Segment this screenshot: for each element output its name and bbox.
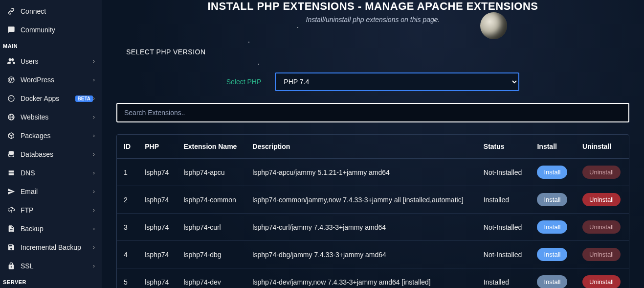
chevron-right-icon: ›: [93, 207, 95, 214]
cell-desc: lsphp74-dev/jammy,now 7.4.33-3+jammy amd…: [245, 268, 476, 288]
docker-icon: [7, 94, 16, 103]
sidebar-item-databases[interactable]: Databases›: [0, 145, 102, 164]
cell-ext: lsphp74-curl: [177, 214, 245, 241]
database-icon: [7, 150, 16, 159]
sidebar-heading-main: MAIN: [0, 39, 102, 52]
cell-ext: lsphp74-common: [177, 186, 245, 214]
sidebar-item-backup[interactable]: Backup›: [0, 219, 102, 238]
sidebar-item-label: Users: [21, 57, 93, 65]
sidebar-item-label: DNS: [21, 169, 93, 177]
chevron-right-icon: ›: [93, 188, 95, 195]
install-button[interactable]: Install: [537, 166, 567, 179]
sidebar-item-label: Databases: [21, 150, 93, 158]
chevron-right-icon: ›: [93, 225, 95, 232]
select-php-dropdown[interactable]: PHP 7.4: [275, 72, 519, 91]
ftp-icon: [7, 206, 16, 215]
moon-graphic: [480, 12, 507, 39]
globe-icon: [7, 113, 16, 121]
uninstall-button[interactable]: Uninstall: [582, 220, 621, 234]
select-php-label: Select PHP: [226, 78, 262, 86]
sidebar-item-users[interactable]: Users›: [0, 52, 102, 71]
cell-php: lsphp74: [138, 214, 177, 241]
sidebar-item-label: Backup: [21, 225, 93, 233]
sidebar: ConnectCommunity MAIN Users›WordPress›Do…: [0, 0, 102, 288]
cell-php: lsphp74: [138, 241, 177, 268]
chevron-right-icon: ›: [93, 76, 95, 83]
sidebar-item-label: Email: [21, 188, 93, 195]
sidebar-item-dns[interactable]: DNS›: [0, 164, 102, 182]
cell-php: lsphp74: [138, 268, 177, 288]
page-subtitle: Install/uninstall php extensions on this…: [116, 16, 629, 24]
cell-status: Not-Installed: [477, 241, 531, 268]
col-uninstall: Uninstall: [576, 135, 629, 159]
sidebar-item-docker-apps[interactable]: Docker AppsBETA›: [0, 89, 102, 108]
uninstall-button[interactable]: Uninstall: [582, 166, 621, 179]
sidebar-item-label: Docker Apps: [21, 95, 72, 102]
cell-id: 3: [117, 214, 138, 241]
uninstall-button[interactable]: Uninstall: [582, 275, 621, 288]
cell-id: 4: [117, 241, 138, 268]
cell-php: lsphp74: [138, 186, 177, 214]
search-extensions-input[interactable]: [116, 103, 629, 122]
cell-status: Not-Installed: [477, 214, 531, 241]
main-content: INSTALL PHP EXTENSIONS - MANAGE APACHE E…: [102, 0, 644, 288]
install-button[interactable]: Install: [537, 275, 567, 288]
install-button[interactable]: Install: [537, 220, 567, 234]
backup-icon: [7, 224, 16, 233]
chevron-right-icon: ›: [93, 263, 95, 269]
col-ext: Extension Name: [177, 135, 245, 159]
sidebar-item-websites[interactable]: Websites›: [0, 108, 102, 126]
col-desc: Description: [245, 135, 476, 159]
table-row: 3 lsphp74 lsphp74-curl lsphp74-curl/jamm…: [117, 214, 629, 241]
uninstall-button[interactable]: Uninstall: [582, 193, 621, 206]
cell-ext: lsphp74-dev: [177, 268, 245, 288]
cell-status: Installed: [477, 268, 531, 288]
sidebar-item-label: FTP: [21, 206, 93, 214]
install-button[interactable]: Install: [537, 193, 567, 206]
table-row: 1 lsphp74 lsphp74-apcu lsphp74-apcu/jamm…: [117, 159, 629, 186]
sidebar-item-label: Packages: [21, 132, 93, 140]
cell-id: 2: [117, 186, 138, 214]
sidebar-item-wordpress[interactable]: WordPress›: [0, 71, 102, 89]
cell-id: 5: [117, 268, 138, 288]
sidebar-item-packages[interactable]: Packages›: [0, 126, 102, 145]
cell-ext: lsphp74-apcu: [177, 159, 245, 186]
uninstall-button[interactable]: Uninstall: [582, 248, 621, 261]
sidebar-item-community[interactable]: Community: [0, 21, 102, 39]
install-button[interactable]: Install: [537, 248, 567, 261]
sidebar-item-label: WordPress: [21, 76, 93, 84]
sidebar-item-incremental-backup[interactable]: Incremental Backup›: [0, 238, 102, 257]
col-install: Install: [530, 135, 576, 159]
sidebar-item-connect[interactable]: Connect: [0, 2, 102, 21]
cell-desc: lsphp74-curl/jammy 7.4.33-3+jammy amd64: [245, 214, 476, 241]
cell-id: 1: [117, 159, 138, 186]
chevron-right-icon: ›: [93, 244, 95, 251]
chevron-right-icon: ›: [93, 151, 95, 158]
sidebar-item-ssl[interactable]: SSL›: [0, 257, 102, 275]
sidebar-item-label: Community: [21, 26, 95, 34]
cell-status: Installed: [477, 186, 531, 214]
table-row: 5 lsphp74 lsphp74-dev lsphp74-dev/jammy,…: [117, 268, 629, 288]
cell-php: lsphp74: [138, 159, 177, 186]
lock-icon: [7, 262, 16, 270]
cell-status: Not-Installed: [477, 159, 531, 186]
sidebar-item-ftp[interactable]: FTP›: [0, 201, 102, 219]
save-icon: [7, 243, 16, 252]
link-icon: [7, 7, 16, 16]
chevron-right-icon: ›: [93, 58, 95, 65]
email-icon: [7, 187, 16, 196]
page-title: INSTALL PHP EXTENSIONS - MANAGE APACHE E…: [116, 0, 629, 13]
cell-desc: lsphp74-apcu/jammy 5.1.21-1+jammy amd64: [245, 159, 476, 186]
chat-icon: [7, 25, 16, 34]
col-id: ID: [117, 135, 138, 159]
sidebar-heading-server: SERVER: [0, 275, 102, 288]
col-php: PHP: [138, 135, 177, 159]
chevron-right-icon: ›: [93, 132, 95, 139]
package-icon: [7, 131, 16, 140]
sidebar-item-email[interactable]: Email›: [0, 182, 102, 201]
wordpress-icon: [7, 75, 16, 84]
users-icon: [7, 57, 16, 66]
dns-icon: [7, 168, 16, 177]
chevron-right-icon: ›: [93, 95, 95, 102]
beta-badge: BETA: [75, 96, 93, 102]
